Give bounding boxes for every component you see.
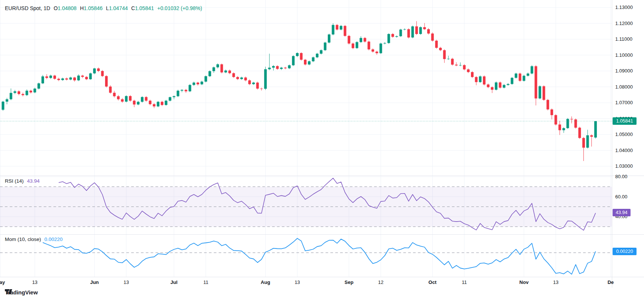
time-axis-tick: 13: [547, 279, 565, 285]
ohlc-high: H1.05846: [80, 5, 103, 11]
ohlc-low: L1.04744: [106, 5, 128, 11]
chart-canvas[interactable]: [0, 0, 644, 300]
time-axis-tick: 13: [26, 279, 44, 285]
chart-window: EUR/USD Spot, 1D O1.04808 H1.05846 L1.04…: [0, 0, 644, 300]
time-axis-tick: 13: [288, 279, 306, 285]
ohlc-open: O1.04808: [53, 5, 77, 11]
price-axis-tick: 1.09000: [615, 68, 633, 74]
rsi-axis-tick: 60.00: [615, 194, 628, 200]
time-axis-tick: De: [602, 279, 620, 285]
mom-value-badge: 0.00220: [613, 248, 637, 255]
ohlc-close: C1.05841: [131, 5, 154, 11]
rsi-axis-tick: 80.00: [615, 174, 628, 180]
price-axis-tick: 1.07000: [615, 100, 633, 106]
price-axis-tick: 1.13000: [615, 4, 633, 10]
vertical-gridlines: [0, 0, 611, 277]
last-price-badge: 1.05841: [613, 117, 637, 125]
tradingview-logo-icon: [5, 289, 13, 295]
mom-value: 0.00220: [44, 236, 63, 242]
price-axis-tick: 1.05000: [615, 132, 633, 137]
time-axis-tick: May: [0, 279, 9, 285]
time-axis-tick: Jul: [165, 279, 183, 285]
time-axis-tick: 11: [197, 279, 215, 285]
price-gridlines: [0, 7, 612, 166]
time-axis-tick: Aug: [256, 279, 274, 285]
rsi-value-badge: 43.94: [613, 209, 631, 216]
time-axis-tick: Jun: [86, 279, 104, 285]
time-axis-tick: Oct: [423, 279, 441, 285]
symbol-title: EUR/USD Spot, 1D: [5, 5, 50, 11]
tradingview-watermark[interactable]: TradingView: [5, 289, 38, 296]
price-axis-tick: 1.08000: [615, 84, 633, 90]
mom-line: [43, 238, 595, 274]
time-axis-tick: 13: [117, 279, 135, 285]
price-axis-tick: 1.04000: [615, 148, 633, 154]
candlestick-series: [2, 21, 597, 161]
rsi-value: 43.94: [27, 178, 40, 184]
rsi-legend[interactable]: RSI (14) 43.94: [5, 178, 40, 184]
rsi-label: RSI (14): [5, 178, 24, 184]
time-axis-tick: 11: [455, 279, 473, 285]
symbol-legend[interactable]: EUR/USD Spot, 1D O1.04808 H1.05846 L1.04…: [5, 5, 202, 11]
price-axis-tick: 1.11000: [615, 36, 632, 42]
change-value: +0.01032 (+0.98%): [157, 5, 202, 11]
price-axis-tick: 1.12000: [615, 21, 633, 27]
time-axis-tick: Nov: [515, 279, 533, 285]
mom-legend[interactable]: Mom (10, close) 0.00220: [5, 236, 63, 242]
price-axis-tick: 1.10000: [615, 52, 633, 58]
mom-label: Mom (10, close): [5, 236, 41, 242]
time-axis-tick: Sep: [340, 279, 358, 285]
price-axis-tick: 1.03000: [615, 163, 633, 169]
time-axis-tick: 12: [372, 279, 390, 285]
